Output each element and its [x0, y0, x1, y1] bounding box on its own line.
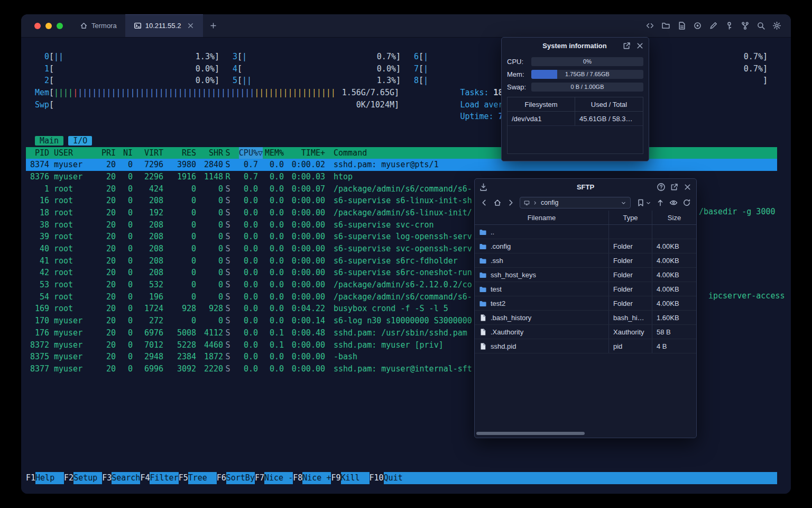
fn-action-nice[interactable]: Nice + — [302, 472, 331, 484]
horizontal-scrollbar[interactable] — [476, 432, 695, 436]
folder-button[interactable] — [661, 21, 670, 30]
column-header-shr[interactable]: SHR — [196, 147, 223, 159]
open-in-window-icon[interactable] — [670, 183, 679, 192]
help-icon[interactable] — [657, 183, 666, 192]
bookmarks-button[interactable] — [636, 198, 651, 207]
process-s: S — [223, 183, 233, 195]
filesystem-table-header: Filesystem Used / Total — [508, 97, 643, 112]
scrollbar-thumb[interactable] — [476, 432, 585, 435]
htop-tab-io[interactable]: I/O — [68, 136, 92, 146]
refresh-icon[interactable] — [682, 198, 691, 207]
key-button[interactable] — [725, 21, 734, 30]
close-window-button[interactable] — [34, 23, 41, 29]
process-user: root — [49, 291, 101, 303]
meter-bar: ||1.3% — [242, 75, 396, 87]
htop-tab-main[interactable]: Main — [35, 136, 63, 146]
code-icon — [645, 21, 654, 30]
column-header-ni[interactable]: NI — [116, 147, 133, 159]
process-pid: 41 — [26, 255, 49, 267]
column-header-pid[interactable]: PID — [26, 147, 49, 159]
fn-action-nice[interactable]: Nice - — [264, 472, 293, 484]
close-icon[interactable] — [683, 183, 692, 192]
process-time: 0:00.00 — [284, 243, 325, 255]
column-header-virt[interactable]: VIRT — [133, 147, 163, 159]
process-res: 5008 — [163, 327, 196, 339]
file-row[interactable]: .bash_historybash_hi…1.60KB — [475, 311, 696, 325]
search-button[interactable] — [756, 21, 765, 30]
column-header-s[interactable]: S — [223, 147, 233, 159]
file-row[interactable]: ssh_host_keysFolder4.00KB — [475, 268, 696, 282]
tab-termora[interactable]: Termora — [71, 14, 125, 37]
process-res: 1916 — [163, 171, 196, 183]
column-header-cpu[interactable]: CPU%▽ — [233, 147, 258, 159]
column-header-user[interactable]: USER — [49, 147, 101, 159]
close-icon[interactable] — [635, 41, 644, 50]
filesystem-row[interactable]: /dev/vda1 45.61GB / 58.3… — [508, 112, 643, 126]
process-virt: 208 — [133, 195, 163, 207]
forward-icon[interactable] — [506, 198, 515, 207]
cpu-meter-3: 3[|0.7%] — [233, 51, 401, 63]
process-time: 0:00.00 — [284, 363, 325, 375]
process-cpu: 0.0 — [233, 363, 258, 375]
column-header-pri[interactable]: PRI — [101, 147, 116, 159]
column-header-size[interactable]: Size — [652, 211, 696, 224]
record-button[interactable] — [693, 21, 702, 30]
edit-button[interactable] — [709, 21, 718, 30]
column-header-type[interactable]: Type — [608, 211, 652, 224]
close-tab-icon[interactable] — [187, 22, 195, 30]
file-row[interactable]: .XauthorityXauthority58 B — [475, 325, 696, 339]
min-window-button[interactable] — [45, 23, 52, 29]
process-mem: 0.0 — [258, 363, 284, 375]
fn-action-setup[interactable]: Setup — [73, 472, 102, 484]
file-row[interactable]: .. — [475, 225, 696, 239]
traffic-lights — [21, 14, 71, 37]
process-mem: 0.0 — [258, 315, 284, 327]
folder-icon — [479, 257, 487, 265]
fn-action-kill[interactable]: Kill — [341, 472, 370, 484]
bracket: ] — [763, 75, 768, 87]
column-header-res[interactable]: RES — [163, 147, 196, 159]
zoom-window-button[interactable] — [57, 23, 63, 29]
file-row[interactable]: testFolder4.00KB — [475, 282, 696, 296]
upload-icon[interactable] — [656, 198, 665, 207]
branch-button[interactable] — [741, 21, 750, 30]
fn-action-tree[interactable]: Tree — [188, 472, 217, 484]
process-row[interactable]: 8374myuser200729639802840S0.70.00:00.02s… — [26, 159, 777, 171]
fn-action-search[interactable]: Search — [112, 472, 140, 484]
file-row[interactable]: .configFolder4.00KB — [475, 239, 696, 253]
process-s: S — [223, 267, 233, 279]
process-res: 5228 — [163, 339, 196, 351]
process-ni: 0 — [116, 267, 133, 279]
file-row[interactable]: .sshFolder4.00KB — [475, 253, 696, 268]
file-row[interactable]: test2Folder4.00KB — [475, 296, 696, 311]
bracket: [ — [49, 99, 54, 111]
settings-button[interactable] — [772, 21, 781, 30]
fn-action-quit[interactable]: Quit — [384, 472, 412, 484]
back-icon[interactable] — [480, 198, 488, 207]
process-pri: 20 — [101, 207, 116, 219]
path-field[interactable]: config — [520, 197, 631, 208]
process-res: 3092 — [163, 363, 196, 375]
file-name: .config — [491, 242, 511, 250]
bracket: ] — [215, 75, 219, 87]
column-header-filename[interactable]: Filename — [475, 211, 608, 224]
home-icon[interactable] — [493, 198, 502, 207]
code-button[interactable] — [645, 21, 654, 30]
cpu-meter-1: 1[0.0%] — [35, 63, 219, 75]
tab-ssh-host[interactable]: 10.211.55.2 — [125, 14, 204, 37]
meter-bar: 0.0% — [54, 75, 215, 87]
open-in-window-icon[interactable] — [622, 41, 631, 50]
column-header-time[interactable]: TIME+ — [284, 147, 325, 159]
chevron-down-icon[interactable] — [621, 200, 626, 206]
log-button[interactable] — [677, 21, 686, 30]
fn-action-sortby[interactable]: SortBy — [226, 472, 255, 484]
fn-action-filter[interactable]: Filter — [150, 472, 178, 484]
show-hidden-eye-icon[interactable] — [669, 198, 678, 207]
transfers-download-icon[interactable] — [479, 183, 488, 192]
panel-title: System information — [531, 42, 618, 50]
fn-action-help[interactable]: Help — [35, 472, 64, 484]
file-row[interactable]: sshd.pidpid4 B — [475, 339, 696, 353]
process-shr: 0 — [196, 315, 223, 327]
file-name-cell: .config — [475, 239, 608, 253]
new-tab-button[interactable] — [203, 14, 223, 37]
